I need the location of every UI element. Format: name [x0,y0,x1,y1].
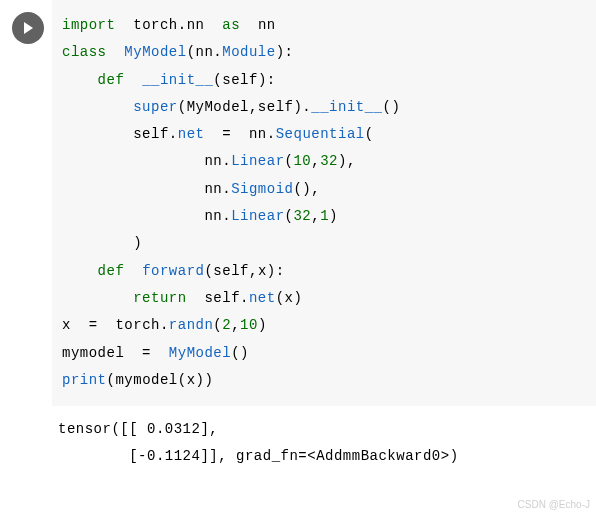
class-linear1: Linear [231,153,284,169]
class-mymodel2: MyModel [169,345,231,361]
output-line-1: tensor([[ 0.0312], [58,421,218,437]
keyword-return: return [133,290,186,306]
code-editor[interactable]: import torch.nn as nn class MyModel(nn.M… [52,0,596,406]
ident-nn-sig: nn [204,181,222,197]
run-button[interactable] [12,12,44,44]
arg-x: x [258,263,267,279]
ident-nn: nn [196,44,214,60]
keyword-import: import [62,17,115,33]
ident-mymodel: MyModel [187,99,249,115]
var-x3: x [187,372,196,388]
arg-self: self [222,72,258,88]
keyword-as: as [222,17,240,33]
num-10a: 10 [293,153,311,169]
module-nn: nn [187,17,205,33]
output-line-2: [-0.1124]], grad_fn=<AddmmBackward0>) [58,448,459,464]
arg-self2: self [213,263,249,279]
fn-print: print [62,372,107,388]
var-x-ret: x [285,290,294,306]
var-mymodel2: mymodel [115,372,177,388]
var-mymodel: mymodel [62,345,124,361]
ident-nn-lin2: nn [204,208,222,224]
class-sigmoid: Sigmoid [231,181,293,197]
code-cell: import torch.nn as nn class MyModel(nn.M… [0,0,596,406]
class-linear2: Linear [231,208,284,224]
attr-net2: net [249,290,276,306]
play-icon [21,21,35,35]
num-1: 1 [320,208,329,224]
fn-init-call: __init__ [311,99,382,115]
class-sequential: Sequential [276,126,365,142]
class-module: Module [222,44,275,60]
attr-net: net [178,126,205,142]
num-2: 2 [222,317,231,333]
method-init: __init__ [142,72,213,88]
watermark: CSDN @Echo-J [518,499,590,510]
class-mymodel: MyModel [124,44,186,60]
keyword-def: def [98,72,125,88]
ident-self-attr: self [133,126,169,142]
ident-self: self [258,99,294,115]
num-32a: 32 [320,153,338,169]
var-x: x [62,317,71,333]
method-forward: forward [142,263,204,279]
ident-nn-lin1: nn [204,153,222,169]
alias-nn: nn [258,17,276,33]
ident-self2: self [204,290,240,306]
mod-torch2: torch [115,317,160,333]
fn-super: super [133,99,178,115]
keyword-def2: def [98,263,125,279]
ident-nn-seq: nn [249,126,267,142]
module-torch: torch [133,17,178,33]
output-area: tensor([[ 0.0312], [-0.1124]], grad_fn=<… [0,406,596,469]
num-10b: 10 [240,317,258,333]
fn-randn: randn [169,317,214,333]
keyword-class: class [62,44,107,60]
num-32b: 32 [293,208,311,224]
